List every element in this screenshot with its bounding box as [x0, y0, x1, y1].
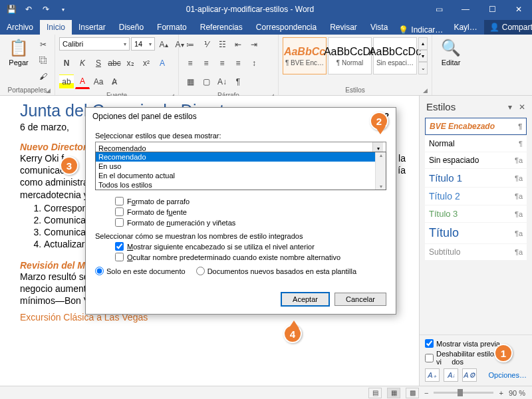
style-bve[interactable]: AaBbCc¶ BVE Enc…	[283, 37, 327, 74]
copy-icon[interactable]: ⿻	[36, 53, 51, 68]
chk-hide-default[interactable]: Ocultar nombre predeterminado cuando exi…	[115, 253, 386, 261]
option-documento-actual[interactable]: En el documento actual	[96, 171, 386, 180]
style-item-bve[interactable]: BVE Encabezado¶	[425, 118, 527, 135]
font-color-icon[interactable]: A	[75, 74, 90, 89]
tell-me[interactable]: 💡Indicar…	[394, 25, 447, 35]
preview-checkbox[interactable]: Mostrar vista previa	[425, 339, 527, 348]
paste-button[interactable]: 📋 Pegar	[4, 37, 33, 68]
redo-icon[interactable]: ↷	[39, 2, 53, 17]
zoom-level[interactable]: 90 %	[509, 389, 525, 397]
style-item-t2[interactable]: Título 2¶a	[425, 188, 527, 205]
style-item-titulo[interactable]: Título¶a	[425, 223, 527, 243]
chk-show-next[interactable]: Mostrar siguiente encabezado si se utili…	[115, 242, 386, 251]
pane-options-link[interactable]: Opciones…	[489, 371, 527, 379]
option-recomendado[interactable]: Recomendado	[96, 152, 386, 162]
chk-font-format[interactable]: Formato de fuente	[115, 207, 386, 216]
font-name-combo[interactable]: Calibri▾	[59, 37, 130, 51]
tab-insert[interactable]: Insertar	[72, 20, 112, 35]
maximize-icon[interactable]: ☐	[479, 0, 505, 19]
undo-icon[interactable]: ↶	[21, 2, 36, 17]
zoom-in-icon[interactable]: +	[499, 389, 503, 397]
save-icon[interactable]: 💾	[4, 2, 19, 17]
align-center-icon[interactable]: ≡	[199, 56, 213, 70]
dropdown-scrollbar[interactable]: ▴▾	[375, 152, 386, 190]
gallery-more-icon[interactable]: ⌄	[418, 62, 428, 74]
preview-check-input[interactable]	[425, 339, 434, 348]
borders-icon[interactable]: ▢	[199, 74, 213, 89]
tab-file[interactable]: Archivo	[0, 20, 40, 35]
qat-dropdown-icon[interactable]: ▾	[56, 2, 70, 17]
share-button[interactable]: 👤Compartir	[484, 20, 532, 35]
superscript-button[interactable]: x²	[139, 56, 154, 70]
style-sin-espaciado[interactable]: AaBbCcDcSin espaci…	[373, 37, 417, 74]
subscript-button[interactable]: x₂	[123, 56, 138, 70]
tab-layout[interactable]: Formato	[150, 20, 194, 35]
grow-font-icon[interactable]: A▴	[156, 37, 171, 52]
option-en-uso[interactable]: En uso	[96, 162, 386, 171]
increase-indent-icon[interactable]: ⇥	[247, 37, 261, 52]
style-item-sub[interactable]: Subtítulo¶a	[425, 244, 527, 260]
cancel-button[interactable]: Cancelar	[334, 293, 386, 306]
numbering-icon[interactable]: ⅟	[199, 37, 213, 52]
change-case-icon[interactable]: Aa	[91, 74, 106, 89]
sort-icon[interactable]: A↓	[215, 74, 229, 89]
clipboard-launcher-icon[interactable]: ◢	[46, 87, 51, 94]
tab-references[interactable]: Referencias	[194, 20, 249, 35]
styles-launcher-icon[interactable]: ◢	[423, 87, 428, 94]
italic-button[interactable]: K	[75, 56, 90, 70]
multilevel-icon[interactable]: ☷	[215, 37, 229, 52]
user-name[interactable]: Kayl…	[447, 20, 483, 35]
cut-icon[interactable]: ✂	[36, 37, 51, 52]
ribbon-options-icon[interactable]: ▭	[426, 0, 452, 19]
print-layout-icon[interactable]: ▦	[387, 388, 400, 398]
gallery-down-icon[interactable]: ▾	[418, 50, 428, 63]
style-inspector-icon[interactable]: Aᵢ	[444, 368, 458, 382]
style-item-sin[interactable]: Sin espaciado¶a	[425, 152, 527, 168]
tab-review[interactable]: Revisar	[323, 20, 364, 35]
zoom-slider[interactable]	[434, 392, 493, 394]
ok-button[interactable]: Aceptar	[281, 293, 329, 306]
underline-button[interactable]: S	[91, 56, 106, 70]
new-style-icon[interactable]: A₊	[425, 368, 440, 382]
decrease-indent-icon[interactable]: ⇤	[231, 37, 245, 52]
tab-view[interactable]: Vista	[364, 20, 394, 35]
bullets-icon[interactable]: ≔	[183, 37, 198, 52]
radio-this-doc[interactable]: Solo en este documento	[95, 267, 186, 275]
minimize-icon[interactable]: ―	[452, 0, 479, 19]
justify-icon[interactable]: ≡	[231, 56, 245, 70]
align-left-icon[interactable]: ≡	[183, 56, 198, 70]
line-spacing-icon[interactable]: ↕	[247, 56, 261, 70]
bold-button[interactable]: N	[59, 56, 74, 70]
zoom-out-icon[interactable]: −	[424, 389, 428, 397]
editing-button[interactable]: 🔍 Editar	[436, 37, 466, 68]
shading-icon[interactable]: ▦	[183, 74, 198, 89]
close-icon[interactable]: ✕	[505, 0, 532, 19]
gallery-up-icon[interactable]: ▴	[418, 37, 428, 50]
tab-home[interactable]: Inicio	[40, 20, 72, 35]
tab-mailings[interactable]: Correspondencia	[249, 20, 323, 35]
show-marks-icon[interactable]: ¶	[231, 74, 245, 89]
text-effects-icon[interactable]: A	[155, 56, 170, 70]
pane-dropdown-icon[interactable]: ▾	[508, 102, 512, 112]
highlight-icon[interactable]: ab	[59, 74, 74, 89]
align-right-icon[interactable]: ≡	[215, 56, 229, 70]
manage-styles-icon[interactable]: A⚙	[462, 368, 477, 382]
strike-button[interactable]: abc	[107, 56, 122, 70]
disable-check-input[interactable]	[425, 354, 434, 362]
style-item-normal[interactable]: Normal¶	[425, 136, 527, 152]
read-mode-icon[interactable]: ▤	[368, 388, 382, 398]
font-size-combo[interactable]: 14▾	[131, 37, 155, 51]
chk-paragraph-format[interactable]: Formato de parrafo	[115, 197, 386, 205]
tab-design[interactable]: Diseño	[112, 20, 150, 35]
pane-close-icon[interactable]: ✕	[519, 102, 525, 112]
radio-new-docs[interactable]: Documentos nuevos basados en esta planti…	[196, 267, 356, 275]
format-painter-icon[interactable]: 🖌	[36, 69, 51, 84]
style-item-t1[interactable]: Título 1¶a	[425, 169, 527, 187]
chk-numbering-format[interactable]: Formato de numeración y viñetas	[115, 218, 386, 227]
web-layout-icon[interactable]: ▩	[406, 388, 419, 398]
style-normal[interactable]: AaBbCcDc¶ Normal	[328, 37, 372, 74]
clear-format-icon[interactable]: A̷	[107, 74, 122, 89]
style-item-t3[interactable]: Título 3¶a	[425, 205, 527, 222]
option-todos[interactable]: Todos los estilos	[96, 180, 386, 190]
zoom-thumb[interactable]	[458, 389, 463, 396]
